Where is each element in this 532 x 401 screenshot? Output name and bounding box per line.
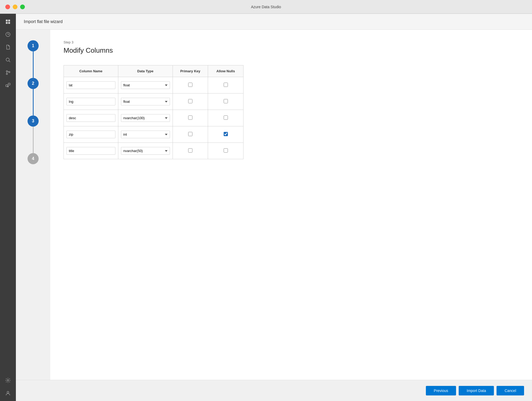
row-3-primary-key-checkbox[interactable] bbox=[188, 132, 192, 136]
wizard-footer: Previous Import Data Cancel bbox=[16, 380, 532, 401]
table-row: floatintnvarchar(50)nvarchar(100)nvarcha… bbox=[64, 93, 244, 110]
row-0-primary-key-checkbox[interactable] bbox=[188, 83, 192, 87]
step-circle-1: 1 bbox=[28, 40, 39, 51]
table-row: floatintnvarchar(50)nvarchar(100)nvarcha… bbox=[64, 110, 244, 126]
row-3-allow-nulls-checkbox[interactable] bbox=[224, 132, 228, 136]
row-0-allow-nulls-checkbox[interactable] bbox=[224, 83, 228, 87]
svg-line-6 bbox=[9, 61, 10, 62]
svg-rect-1 bbox=[8, 20, 10, 21]
sidebar-icon-settings[interactable] bbox=[3, 375, 13, 386]
step-line-1-2 bbox=[33, 51, 34, 78]
row-4-allow-nulls-checkbox[interactable] bbox=[224, 148, 228, 153]
sidebar bbox=[0, 14, 16, 401]
header-allow-nulls: Allow Nulls bbox=[208, 65, 244, 77]
maximize-button[interactable] bbox=[20, 5, 25, 9]
svg-point-8 bbox=[6, 73, 8, 75]
step-circle-3: 3 bbox=[28, 115, 39, 127]
row-2-primary-key-checkbox[interactable] bbox=[188, 115, 192, 120]
row-4-name-input[interactable] bbox=[66, 147, 115, 155]
svg-point-7 bbox=[6, 71, 8, 72]
sidebar-icon-history[interactable] bbox=[3, 29, 13, 40]
sidebar-icon-git[interactable] bbox=[3, 67, 13, 78]
row-2-allow-nulls-checkbox[interactable] bbox=[224, 115, 228, 120]
content-area: Import flat file wizard 1 2 3 bbox=[16, 14, 532, 401]
steps-panel: 1 2 3 4 bbox=[16, 30, 50, 380]
svg-point-13 bbox=[7, 391, 9, 393]
row-0-type-select[interactable]: floatintnvarchar(50)nvarchar(100)nvarcha… bbox=[121, 81, 170, 89]
svg-point-9 bbox=[9, 72, 10, 73]
step-circle-2: 2 bbox=[28, 78, 39, 89]
app-body: Import flat file wizard 1 2 3 bbox=[0, 14, 532, 401]
header-data-type: Data Type bbox=[118, 65, 173, 77]
cancel-button[interactable]: Cancel bbox=[497, 386, 524, 395]
row-1-primary-key-checkbox[interactable] bbox=[188, 99, 192, 103]
table-row: floatintnvarchar(50)nvarchar(100)nvarcha… bbox=[64, 126, 244, 143]
svg-rect-3 bbox=[8, 22, 10, 24]
wizard-header: Import flat file wizard bbox=[16, 14, 532, 30]
wizard-title: Import flat file wizard bbox=[24, 19, 63, 24]
close-button[interactable] bbox=[5, 5, 10, 9]
svg-rect-2 bbox=[6, 22, 8, 24]
wizard-body: 1 2 3 4 Step 3 bbox=[16, 30, 532, 380]
step-item-1: 1 bbox=[28, 40, 39, 78]
sidebar-icon-explorer[interactable] bbox=[3, 16, 13, 27]
row-1-type-select[interactable]: floatintnvarchar(50)nvarchar(100)nvarcha… bbox=[121, 98, 170, 105]
svg-rect-0 bbox=[6, 20, 8, 21]
step-circle-4: 4 bbox=[28, 153, 39, 164]
window-controls[interactable] bbox=[5, 5, 25, 9]
app-title: Azure Data Studio bbox=[251, 5, 281, 9]
step-line-3-4 bbox=[33, 127, 34, 153]
row-0-name-input[interactable] bbox=[66, 81, 115, 89]
table-row: floatintnvarchar(50)nvarchar(100)nvarcha… bbox=[64, 77, 244, 93]
import-data-button[interactable]: Import Data bbox=[459, 386, 494, 395]
sidebar-icon-file[interactable] bbox=[3, 42, 13, 52]
row-1-name-input[interactable] bbox=[66, 98, 115, 105]
sidebar-icon-search[interactable] bbox=[3, 55, 13, 65]
step-title: Modify Columns bbox=[64, 46, 519, 55]
row-2-type-select[interactable]: floatintnvarchar(50)nvarchar(100)nvarcha… bbox=[121, 114, 170, 122]
table-row: floatintnvarchar(50)nvarchar(100)nvarcha… bbox=[64, 143, 244, 159]
header-primary-key: Primary Key bbox=[173, 65, 208, 77]
columns-table: Column Name Data Type Primary Key Allow … bbox=[64, 65, 244, 159]
row-3-type-select[interactable]: floatintnvarchar(50)nvarchar(100)nvarcha… bbox=[121, 131, 170, 138]
previous-button[interactable]: Previous bbox=[426, 386, 456, 395]
step-line-2-3 bbox=[33, 89, 34, 115]
svg-rect-11 bbox=[8, 83, 10, 85]
step-item-3: 3 bbox=[28, 115, 39, 153]
row-4-primary-key-checkbox[interactable] bbox=[188, 148, 192, 153]
row-1-allow-nulls-checkbox[interactable] bbox=[224, 99, 228, 103]
step-item-4: 4 bbox=[28, 153, 39, 164]
sidebar-bottom bbox=[3, 375, 13, 398]
minimize-button[interactable] bbox=[13, 5, 17, 9]
svg-point-12 bbox=[7, 380, 9, 381]
step-item-2: 2 bbox=[28, 78, 39, 115]
row-4-type-select[interactable]: floatintnvarchar(50)nvarchar(100)nvarcha… bbox=[121, 147, 170, 155]
title-bar: Azure Data Studio bbox=[0, 0, 532, 14]
sidebar-icon-account[interactable] bbox=[3, 388, 13, 398]
step-label: Step 3 bbox=[64, 40, 519, 44]
row-2-name-input[interactable] bbox=[66, 114, 115, 122]
header-column-name: Column Name bbox=[64, 65, 118, 77]
wizard-main: Step 3 Modify Columns Column Name Data T… bbox=[50, 30, 532, 380]
sidebar-icon-extensions[interactable] bbox=[3, 80, 13, 91]
row-3-name-input[interactable] bbox=[66, 131, 115, 138]
